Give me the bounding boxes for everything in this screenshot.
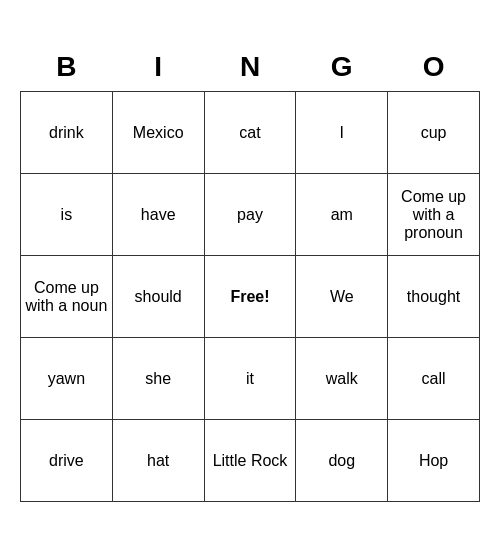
bingo-row-4: drivehatLittle RockdogHop	[21, 420, 480, 502]
bingo-row-3: yawnsheitwalkcall	[21, 338, 480, 420]
header-n: N	[204, 42, 296, 92]
bingo-row-0: drinkMexicocatIcup	[21, 92, 480, 174]
header-i: I	[112, 42, 204, 92]
cell-3-2: it	[204, 338, 296, 420]
cell-4-0: drive	[21, 420, 113, 502]
cell-4-3: dog	[296, 420, 388, 502]
cell-2-3: We	[296, 256, 388, 338]
cell-1-4: Come up with a pronoun	[388, 174, 480, 256]
header-b: B	[21, 42, 113, 92]
cell-0-1: Mexico	[112, 92, 204, 174]
bingo-row-1: ishavepayamCome up with a pronoun	[21, 174, 480, 256]
cell-0-3: I	[296, 92, 388, 174]
bingo-header-row: B I N G O	[21, 42, 480, 92]
cell-4-4: Hop	[388, 420, 480, 502]
cell-1-2: pay	[204, 174, 296, 256]
cell-4-1: hat	[112, 420, 204, 502]
cell-0-0: drink	[21, 92, 113, 174]
cell-0-2: cat	[204, 92, 296, 174]
cell-1-3: am	[296, 174, 388, 256]
cell-1-0: is	[21, 174, 113, 256]
cell-2-4: thought	[388, 256, 480, 338]
cell-2-2: Free!	[204, 256, 296, 338]
cell-3-0: yawn	[21, 338, 113, 420]
cell-2-1: should	[112, 256, 204, 338]
bingo-card: B I N G O drinkMexicocatIcupishavepayamC…	[20, 42, 480, 503]
cell-3-3: walk	[296, 338, 388, 420]
cell-3-1: she	[112, 338, 204, 420]
cell-2-0: Come up with a noun	[21, 256, 113, 338]
header-o: O	[388, 42, 480, 92]
cell-1-1: have	[112, 174, 204, 256]
cell-3-4: call	[388, 338, 480, 420]
header-g: G	[296, 42, 388, 92]
cell-4-2: Little Rock	[204, 420, 296, 502]
cell-0-4: cup	[388, 92, 480, 174]
bingo-row-2: Come up with a nounshouldFree!Wethought	[21, 256, 480, 338]
